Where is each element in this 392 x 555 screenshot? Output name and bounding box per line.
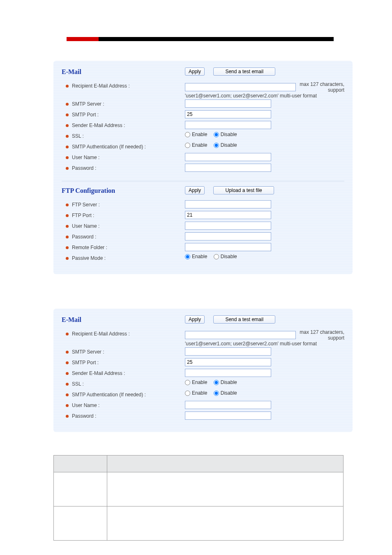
ssl2-disable-option[interactable]: Disable bbox=[214, 379, 237, 385]
auth2-disable-option[interactable]: Disable bbox=[214, 390, 237, 396]
bullet-icon bbox=[66, 146, 69, 148]
email-send-test-button[interactable]: Send a test email bbox=[213, 67, 275, 76]
username2-input[interactable] bbox=[185, 401, 271, 409]
ftp-server-input[interactable] bbox=[185, 200, 271, 208]
email-username-label: User Name : bbox=[72, 153, 99, 162]
ssl2-label: SSL : bbox=[72, 379, 84, 388]
ftp-password-label: Password : bbox=[72, 232, 96, 241]
passive-disable-option[interactable]: Disable bbox=[214, 254, 237, 259]
auth2-disable-label: Disable bbox=[221, 390, 237, 396]
ssl-label: SSL : bbox=[72, 132, 84, 141]
bullet-icon bbox=[66, 135, 69, 138]
document-top-bar bbox=[67, 37, 334, 41]
passive-disable-radio[interactable] bbox=[214, 254, 219, 259]
ftp-passive-label: Passive Mode : bbox=[72, 254, 106, 263]
smtp-server2-input[interactable] bbox=[185, 347, 271, 356]
table-header-right bbox=[107, 456, 344, 472]
table-cell-r1-c2 bbox=[107, 472, 344, 506]
ssl2-disable-radio[interactable] bbox=[214, 380, 219, 385]
ftp-folder-label: Remote Folder : bbox=[72, 243, 107, 252]
bullet-icon bbox=[66, 246, 69, 249]
bullet-icon bbox=[66, 214, 69, 217]
password2-input[interactable] bbox=[185, 412, 271, 420]
recipient2-note-2: 'user1@server1.com; user2@server2.com' m… bbox=[185, 341, 344, 347]
bullet-icon bbox=[66, 383, 69, 386]
section-email-2: E-Mail Apply Send a test email Recipient… bbox=[62, 313, 344, 426]
auth-disable-radio[interactable] bbox=[214, 143, 219, 148]
passive-enable-radio[interactable] bbox=[185, 254, 190, 259]
bullet-icon bbox=[66, 393, 69, 396]
bullet-icon bbox=[66, 85, 69, 88]
table-cell-r2-c2 bbox=[107, 506, 344, 541]
ssl2-enable-option[interactable]: Enable bbox=[185, 379, 207, 385]
bullet-icon bbox=[66, 236, 69, 238]
bullet-icon bbox=[66, 404, 69, 407]
sender2-input[interactable] bbox=[185, 369, 271, 377]
ftp-apply-button[interactable]: Apply bbox=[185, 186, 205, 194]
recipient-input[interactable] bbox=[185, 83, 296, 91]
bullet-icon bbox=[66, 113, 69, 116]
ssl-enable-label: Enable bbox=[192, 132, 207, 137]
ftp-username-label: User Name : bbox=[72, 222, 99, 231]
recipient-note-1: max 127 characters, support bbox=[298, 81, 344, 93]
topbar-red bbox=[67, 37, 99, 41]
auth-disable-option[interactable]: Disable bbox=[214, 142, 237, 148]
ftp-upload-test-button[interactable]: Upload a test file bbox=[213, 186, 274, 194]
recipient2-input[interactable] bbox=[185, 331, 296, 339]
auth-enable-radio[interactable] bbox=[185, 143, 190, 148]
bullet-icon bbox=[66, 361, 69, 364]
bullet-icon bbox=[66, 103, 69, 106]
table-cell-r1-c1 bbox=[54, 472, 107, 506]
smtp-port2-input[interactable] bbox=[185, 358, 271, 366]
table-header-left bbox=[54, 456, 107, 472]
bullet-icon bbox=[66, 156, 69, 159]
email-password-input[interactable] bbox=[185, 164, 271, 172]
auth2-enable-radio[interactable] bbox=[185, 391, 190, 396]
ssl2-disable-label: Disable bbox=[221, 379, 237, 385]
auth2-enable-label: Enable bbox=[192, 390, 207, 396]
recipient2-label: Recipient E-Mail Address : bbox=[72, 329, 130, 338]
email-apply-button[interactable]: Apply bbox=[185, 67, 205, 76]
passive-enable-option[interactable]: Enable bbox=[185, 254, 207, 259]
auth-enable-label: Enable bbox=[192, 142, 207, 148]
email2-apply-button[interactable]: Apply bbox=[185, 315, 205, 324]
password2-label: Password : bbox=[72, 412, 96, 421]
bullet-icon bbox=[66, 257, 69, 260]
panel-email-ftp: E-Mail Apply Send a test email Recipient… bbox=[53, 61, 353, 274]
ssl-enable-option[interactable]: Enable bbox=[185, 132, 207, 137]
smtp-server2-label: SMTP Server : bbox=[72, 347, 104, 356]
smtp-auth-label: SMTP Authentication (If needed) : bbox=[72, 142, 146, 151]
section-email: E-Mail Apply Send a test email Recipient… bbox=[62, 65, 344, 178]
ftp-port-input[interactable] bbox=[185, 211, 271, 219]
sender-input[interactable] bbox=[185, 121, 271, 129]
ftp-folder-input[interactable] bbox=[185, 243, 271, 251]
email-username-input[interactable] bbox=[185, 153, 271, 161]
email-section-title: E-Mail bbox=[62, 67, 81, 76]
ftp-username-input[interactable] bbox=[185, 222, 271, 230]
auth2-label: SMTP Authentication (If needed) : bbox=[72, 390, 146, 399]
ftp-section-title: FTP Configuration bbox=[62, 186, 115, 195]
auth2-disable-radio[interactable] bbox=[214, 391, 219, 396]
recipient2-note-1: max 127 characters, support bbox=[298, 329, 344, 341]
ssl-disable-label: Disable bbox=[221, 132, 237, 137]
topbar-black bbox=[99, 37, 334, 41]
ssl-disable-radio[interactable] bbox=[214, 132, 219, 137]
bullet-icon bbox=[66, 415, 69, 418]
bullet-icon bbox=[66, 124, 69, 127]
smtp-server-input[interactable] bbox=[185, 99, 271, 108]
auth-enable-option[interactable]: Enable bbox=[185, 142, 207, 148]
ssl2-enable-radio[interactable] bbox=[185, 380, 190, 385]
email-password-label: Password : bbox=[72, 164, 96, 173]
ssl-enable-radio[interactable] bbox=[185, 132, 190, 137]
auth2-enable-option[interactable]: Enable bbox=[185, 390, 207, 396]
section-ftp: FTP Configuration Apply Upload a test fi… bbox=[62, 181, 344, 268]
smtp-port-input[interactable] bbox=[185, 110, 271, 118]
bullet-icon bbox=[66, 225, 69, 228]
ssl-disable-option[interactable]: Disable bbox=[214, 132, 237, 137]
email2-send-test-button[interactable]: Send a test email bbox=[213, 315, 275, 324]
sender-label: Sender E-Mail Address : bbox=[72, 121, 125, 130]
ftp-password-input[interactable] bbox=[185, 232, 271, 240]
auth-disable-label: Disable bbox=[221, 142, 237, 148]
email2-section-title: E-Mail bbox=[62, 315, 81, 324]
bullet-icon bbox=[66, 167, 69, 170]
